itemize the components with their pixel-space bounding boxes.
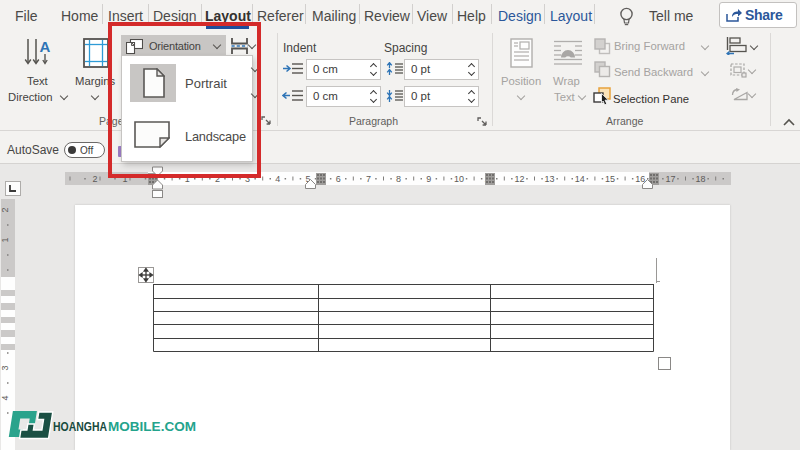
svg-text:HOANGHAMOBILE.COM: HOANGHAMOBILE.COM <box>53 419 196 434</box>
